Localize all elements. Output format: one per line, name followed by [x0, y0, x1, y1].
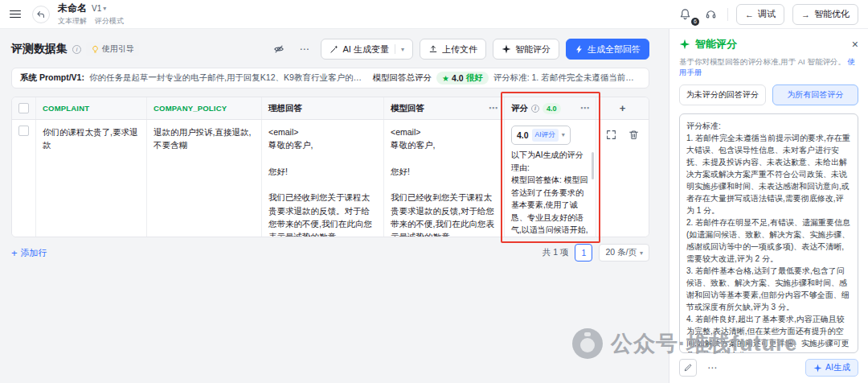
row-actions — [596, 120, 649, 237]
more-options-icon[interactable]: ⋯ — [295, 39, 314, 59]
tab-score-unscored[interactable]: 为未评分的回答评分 — [679, 84, 766, 105]
score-cell: 4.0 AI评分 ▾ 以下为AI生成的评分理由: 模型回答整体: 模型回答达到了… — [505, 120, 596, 237]
eye-off-icon — [273, 43, 285, 55]
plus-icon: + — [11, 248, 18, 258]
dataset-table: COMPLAINT COMPANY_POLICY 理想回答 模型回答 ⋯ 评分 … — [11, 97, 649, 237]
criteria-preview: 评分标准: 1. 若邮件完全未遵循当前提示词的要求,存在重大错... — [493, 72, 641, 84]
back-arrow-icon — [36, 10, 46, 19]
delete-row-icon[interactable] — [628, 128, 641, 141]
menu-icon[interactable] — [10, 8, 24, 20]
overall-score-label: 模型回答总评分 — [373, 72, 432, 84]
sparkle-icon — [813, 364, 822, 373]
panel-footer: ⋯ AI生成 — [679, 353, 858, 378]
column-header-complaint[interactable]: COMPLAINT — [36, 97, 147, 119]
left-arrow-icon: ← — [745, 10, 754, 19]
version-selector[interactable]: V1 ▾ — [92, 4, 106, 13]
notification-icon[interactable]: 6 — [676, 6, 694, 23]
chevron-down-icon: ▾ — [640, 249, 643, 257]
debug-button[interactable]: ← 调试 — [736, 4, 784, 25]
company-policy-cell[interactable]: 退款的用户投诉,直接退款,不要含糊 — [147, 120, 262, 237]
smart-score-panel: 智能评分 × 基于你对模型回答的评分标准,用于 AI 智能评分。 使用手册 为未… — [669, 29, 868, 383]
column-menu-icon[interactable]: ⋯ — [580, 103, 589, 113]
headset-icon — [705, 8, 717, 20]
overall-score-level: 很好 — [466, 72, 483, 84]
info-icon[interactable]: i — [72, 45, 81, 54]
add-row-button[interactable]: + 添加行 — [11, 247, 47, 259]
support-icon[interactable] — [702, 6, 719, 23]
panel-header: 智能评分 × — [679, 37, 858, 51]
version-label: V1 — [92, 4, 101, 13]
score-reason[interactable]: 以下为AI生成的评分理由: 模型回答整体: 模型回答达到了任务要求的基本要素,使… — [511, 149, 589, 237]
dataset-section: 评测数据集 i 使用引导 ⋯ AI 生成变量 ▾ — [0, 29, 669, 383]
column-menu-icon[interactable]: ⋯ — [489, 103, 497, 113]
info-icon[interactable]: i — [531, 105, 539, 113]
dataset-toolbar: ⋯ AI 生成变量 ▾ 上传文件 智能评分 — [269, 39, 649, 60]
divider — [395, 44, 395, 54]
close-icon[interactable]: × — [852, 39, 858, 50]
mode-tag-score-mode[interactable]: 评分模式 — [95, 16, 124, 27]
table-row: 你们的课程太贵了,要求退款 退款的用户投诉,直接退款,不要含糊 <email> … — [12, 120, 649, 237]
ai-generate-button[interactable]: AI生成 — [805, 359, 858, 377]
upload-file-button[interactable]: 上传文件 — [420, 39, 486, 60]
score-value: 4.0 — [517, 129, 529, 142]
content-area: 评测数据集 i 使用引导 ⋯ AI 生成变量 ▾ — [0, 29, 868, 383]
magic-wand-icon — [330, 44, 339, 54]
upload-icon — [428, 44, 438, 54]
doc-title: 未命名 — [58, 2, 87, 15]
sparkle-icon — [502, 44, 511, 54]
prompt-label: 系统 Prompt/V1: — [20, 72, 84, 84]
expand-row-icon[interactable] — [605, 128, 618, 141]
mode-tag-text-understanding[interactable]: 文本理解 — [58, 16, 87, 27]
edit-icon[interactable] — [679, 359, 697, 377]
ai-score-tag: AI评分 — [532, 129, 559, 141]
back-button[interactable] — [32, 6, 50, 23]
app-root: 未命名 V1 ▾ 文本理解 评分模式 6 — [0, 0, 868, 383]
table-footer: + 添加行 共 1 项 1 20 条/页 ▾ — [11, 244, 649, 262]
right-arrow-icon: → — [801, 10, 810, 19]
model-answer-cell[interactable]: <email> 尊敬的客户, 您好! 我们已经收到您关于课程太贵要求退款的反馈,… — [384, 120, 505, 237]
ideal-answer-cell[interactable]: <email> 尊敬的客户, 您好! 我们已经收到您关于课程太贵要求退款的反馈。… — [262, 120, 384, 237]
system-prompt-bar[interactable]: 系统 Prompt/V1: 你的任务是起草一封专业的电子邮件,用于回复K12、K… — [11, 68, 649, 89]
bell-icon — [679, 8, 691, 20]
panel-description: 基于你对模型回答的评分标准,用于 AI 智能评分。 使用手册 — [679, 56, 858, 78]
page-button-1[interactable]: 1 — [575, 244, 592, 262]
page-title: 评测数据集 — [11, 42, 68, 56]
hide-columns-icon[interactable] — [269, 39, 289, 59]
score-select[interactable]: 4.0 AI评分 ▾ — [511, 126, 571, 145]
document-title-block: 未命名 V1 ▾ 文本理解 评分模式 — [58, 2, 124, 27]
prompt-preview: 你的任务是起草一封专业的电子邮件,用于回复K12、K9教育行业客户的投诉并... — [89, 72, 368, 84]
column-header-ideal-answer[interactable]: 理想回答 — [262, 97, 384, 119]
overall-score-badge: ★ 4.0 很好 — [436, 72, 489, 84]
chevron-down-icon: ▾ — [562, 130, 565, 140]
column-header-score[interactable]: 评分 i 4.0 ⋯ — [505, 97, 596, 119]
criteria-textarea[interactable]: 评分标准: 1. 若邮件完全未遵循当前提示词的要求,存在重大错误、包含误导性信息… — [679, 113, 858, 353]
row-checkbox[interactable] — [18, 126, 29, 136]
total-count: 共 1 项 — [542, 247, 569, 258]
ai-generate-vars-button[interactable]: AI 生成变量 ▾ — [321, 39, 413, 60]
more-options-icon[interactable]: ⋯ — [703, 359, 721, 377]
select-all-checkbox[interactable] — [18, 103, 29, 113]
notification-badge: 6 — [691, 18, 699, 26]
guide-bulb-icon — [91, 45, 100, 54]
dataset-header: 评测数据集 i 使用引导 ⋯ AI 生成变量 ▾ — [11, 37, 649, 61]
topbar: 未命名 V1 ▾ 文本理解 评分模式 6 — [0, 0, 868, 29]
generate-all-button[interactable]: 生成全部回答 — [566, 39, 649, 60]
sparkle-icon — [679, 39, 690, 50]
score-header-badge: 4.0 — [542, 103, 561, 114]
tab-score-all[interactable]: 为所有回答评分 — [772, 84, 859, 105]
score-scope-tabs: 为未评分的回答评分 为所有回答评分 — [679, 84, 858, 105]
divider — [727, 8, 728, 21]
smart-score-button[interactable]: 智能评分 — [493, 39, 559, 60]
scrollbar[interactable] — [592, 152, 594, 179]
optimize-button[interactable]: → 智能优化 — [792, 4, 858, 25]
guide-chip[interactable]: 使用引导 — [86, 42, 139, 56]
column-header-company-policy[interactable]: COMPANY_POLICY — [147, 97, 262, 119]
complaint-cell[interactable]: 你们的课程太贵了,要求退款 — [36, 120, 147, 237]
lightning-icon — [575, 45, 583, 54]
overall-score-value: 4.0 — [452, 73, 464, 83]
page-size-select[interactable]: 20 条/页 ▾ — [599, 244, 649, 262]
add-column-button[interactable]: + — [596, 97, 649, 119]
panel-title: 智能评分 — [695, 37, 737, 51]
column-header-model-answer[interactable]: 模型回答 ⋯ — [384, 97, 505, 119]
star-icon: ★ — [442, 74, 449, 83]
